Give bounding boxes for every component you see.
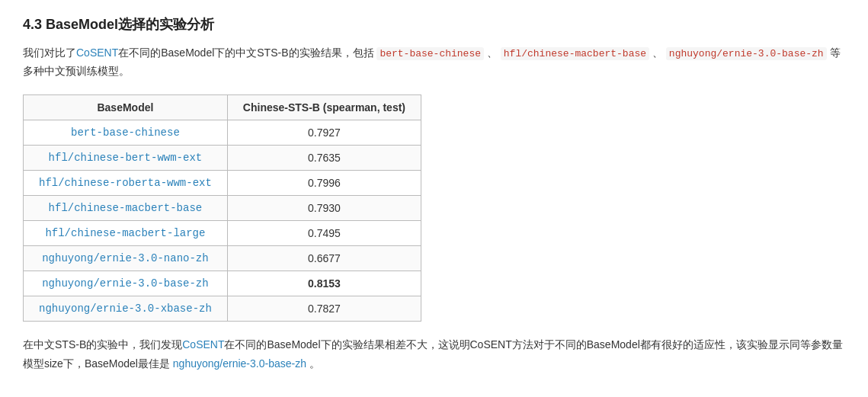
table-row: nghuyong/ernie-3.0-nano-zh0.6677 [24, 245, 421, 271]
code-bert-base-chinese: bert-base-chinese [376, 47, 484, 60]
table-cell-score: 0.7996 [227, 170, 421, 195]
cosent-link-intro[interactable]: CoSENT [76, 46, 118, 59]
conclusion-text1: 在中文STS-B的实验中，我们发现 [23, 338, 182, 351]
conclusion-paragraph: 在中文STS-B的实验中，我们发现CoSENT在不同的BaseModel下的实验… [23, 335, 845, 373]
table-cell-model: hfl/chinese-bert-wwm-ext [24, 145, 228, 170]
best-score: 0.8153 [308, 277, 341, 290]
table-cell-score: 0.8153 [227, 271, 421, 296]
conclusion-text2: 在不同的 [224, 338, 267, 351]
table-cell-score: 0.7495 [227, 220, 421, 245]
table-row: hfl/chinese-macbert-base0.7930 [24, 195, 421, 220]
table-row: nghuyong/ernie-3.0-xbase-zh0.7827 [24, 296, 421, 321]
best-model-link[interactable]: nghuyong/ernie-3.0-base-zh [173, 357, 306, 370]
code-macbert-base: hfl/chinese-macbert-base [501, 47, 649, 60]
table-cell-score: 0.6677 [227, 245, 421, 271]
col-header-basemodel: BaseModel [24, 94, 228, 120]
section-title: 4.3 BaseModel选择的实验分析 [23, 15, 845, 34]
table-cell-model: hfl/chinese-roberta-wwm-ext [24, 170, 228, 195]
intro-paragraph: 我们对比了CoSENT在不同的BaseModel下的中文STS-B的实验结果，包… [23, 44, 845, 81]
table-row: hfl/chinese-roberta-wwm-ext0.7996 [24, 170, 421, 195]
table-cell-model: hfl/chinese-macbert-large [24, 220, 228, 245]
table-header-row: BaseModel Chinese-STS-B (spearman, test) [24, 94, 421, 120]
table-cell-score: 0.7930 [227, 195, 421, 220]
intro-sep1: 、 [484, 46, 501, 59]
table-row: bert-base-chinese0.7927 [24, 120, 421, 145]
table-cell-model: bert-base-chinese [24, 120, 228, 145]
table-cell-model: nghuyong/ernie-3.0-base-zh [24, 271, 228, 296]
table-cell-score: 0.7635 [227, 145, 421, 170]
table-cell-score: 0.7927 [227, 120, 421, 145]
table-row: hfl/chinese-macbert-large0.7495 [24, 220, 421, 245]
col-header-score: Chinese-STS-B (spearman, test) [227, 94, 421, 120]
results-table: BaseModel Chinese-STS-B (spearman, test)… [23, 94, 421, 322]
table-cell-score: 0.7827 [227, 296, 421, 321]
conclusion-end: 。 [306, 357, 320, 370]
table-cell-model: nghuyong/ernie-3.0-xbase-zh [24, 296, 228, 321]
table-cell-model: hfl/chinese-macbert-base [24, 195, 228, 220]
intro-text-mid: 在不同的BaseModel下的中文STS-B的实验结果，包括 [118, 46, 376, 59]
table-cell-model: nghuyong/ernie-3.0-nano-zh [24, 245, 228, 271]
intro-text-before: 我们对比了 [23, 46, 76, 59]
table-row: hfl/chinese-bert-wwm-ext0.7635 [24, 145, 421, 170]
table-row: nghuyong/ernie-3.0-base-zh0.8153 [24, 271, 421, 296]
cosent-link-conclusion[interactable]: CoSENT [182, 338, 224, 351]
code-ernie-base: nghuyong/ernie-3.0-base-zh [666, 47, 827, 60]
intro-sep2: 、 [649, 46, 666, 59]
